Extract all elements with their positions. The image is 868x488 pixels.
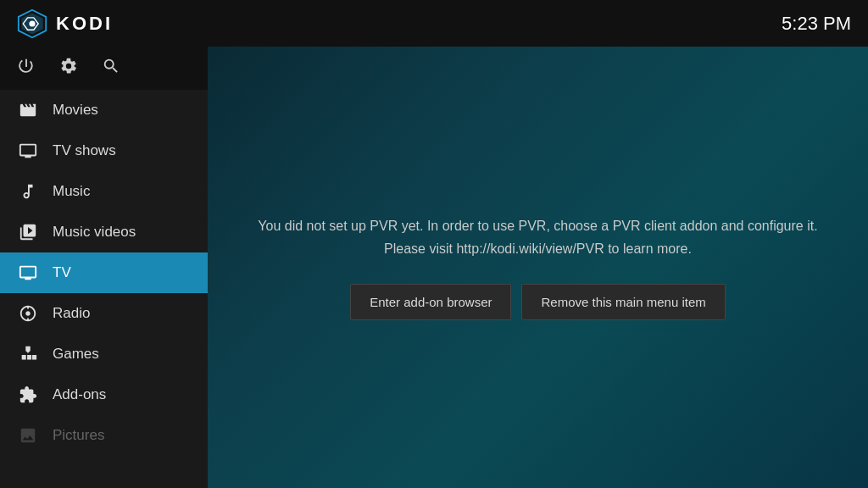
sidebar-item-pictures[interactable]: Pictures	[0, 415, 208, 456]
clock: 5:23 PM	[782, 13, 851, 35]
power-icon[interactable]	[17, 57, 36, 80]
music-videos-icon	[17, 221, 39, 243]
content-inner: You did not set up PVR yet. In order to …	[258, 214, 817, 320]
search-icon[interactable]	[102, 57, 120, 80]
sidebar-item-movies-label: Movies	[53, 102, 98, 119]
sidebar-item-games-label: Games	[53, 346, 99, 363]
tv-shows-icon	[17, 140, 39, 162]
remove-main-menu-item-button[interactable]: Remove this main menu item	[521, 284, 725, 320]
app-title: KODI	[56, 13, 113, 35]
music-icon	[17, 180, 39, 202]
header-logo-area: KODI	[17, 8, 113, 39]
main-layout: Movies TV shows Music Music videos TV	[0, 47, 868, 488]
pvr-message: You did not set up PVR yet. In order to …	[258, 214, 817, 260]
movies-icon	[17, 99, 39, 121]
header: KODI 5:23 PM	[0, 0, 868, 47]
settings-icon[interactable]	[59, 57, 78, 80]
sidebar-item-tv-label: TV	[53, 264, 71, 281]
sidebar-item-tv[interactable]: TV	[0, 252, 208, 293]
content-area: You did not set up PVR yet. In order to …	[208, 47, 868, 488]
sidebar-item-music[interactable]: Music	[0, 171, 208, 212]
kodi-logo-icon	[17, 8, 47, 39]
sidebar-item-tv-shows-label: TV shows	[53, 142, 116, 159]
sidebar-item-radio[interactable]: Radio	[0, 293, 208, 334]
sidebar-item-radio-label: Radio	[53, 305, 90, 322]
content-buttons: Enter add-on browser Remove this main me…	[258, 284, 817, 320]
tv-icon	[17, 262, 39, 284]
sidebar-item-music-videos[interactable]: Music videos	[0, 212, 208, 252]
sidebar-item-tv-shows[interactable]: TV shows	[0, 130, 208, 171]
sidebar-item-movies[interactable]: Movies	[0, 90, 208, 130]
sidebar-item-add-ons[interactable]: Add-ons	[0, 374, 208, 415]
sidebar-item-music-videos-label: Music videos	[53, 224, 136, 241]
radio-icon	[17, 302, 39, 324]
sidebar-controls	[0, 47, 208, 90]
sidebar: Movies TV shows Music Music videos TV	[0, 47, 208, 488]
addons-icon	[17, 384, 39, 406]
sidebar-item-add-ons-label: Add-ons	[53, 386, 106, 403]
sidebar-item-pictures-label: Pictures	[53, 427, 104, 444]
games-icon	[17, 343, 39, 365]
svg-point-3	[29, 20, 35, 26]
sidebar-item-games[interactable]: Games	[0, 334, 208, 374]
pictures-icon	[17, 424, 39, 446]
sidebar-item-music-label: Music	[53, 183, 90, 200]
enter-addon-browser-button[interactable]: Enter add-on browser	[350, 284, 511, 320]
